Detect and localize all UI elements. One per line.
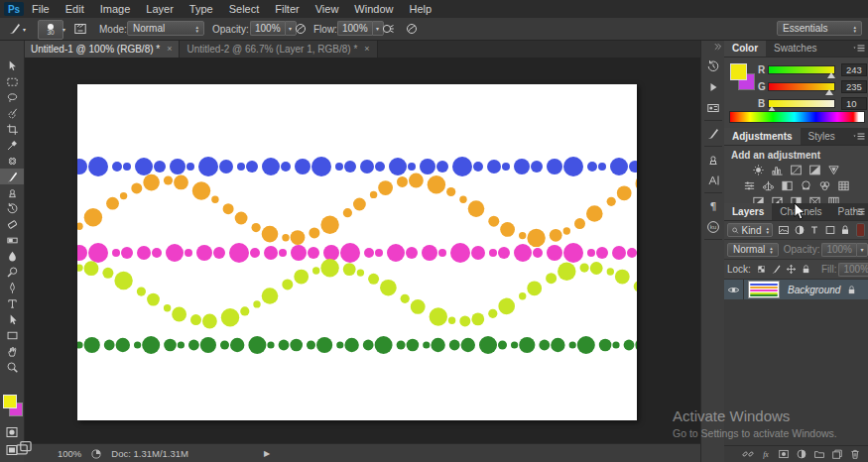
square-icon[interactable] bbox=[823, 223, 837, 237]
menu-type[interactable]: Type bbox=[182, 0, 221, 18]
menu-filter[interactable]: Filter bbox=[267, 0, 307, 18]
document-tab-2[interactable]: Untitled-2 @ 66.7% (Layer 1, RGB/8) * × bbox=[180, 40, 377, 58]
layer-blend-mode-select[interactable]: Normal ▴▾ bbox=[727, 243, 779, 257]
brush-preset-picker[interactable]: 30 bbox=[38, 20, 63, 40]
quick-selection-tool[interactable] bbox=[0, 105, 24, 121]
rectangle-tool[interactable] bbox=[0, 327, 24, 343]
menu-edit[interactable]: Edit bbox=[58, 0, 92, 18]
brush-presets-icon[interactable] bbox=[701, 123, 725, 144]
clone-stamp-tool[interactable] bbox=[0, 184, 24, 200]
folder-icon[interactable] bbox=[810, 447, 828, 461]
blend-mode-select[interactable]: Normal ▴▾ bbox=[127, 21, 204, 36]
tab-channels[interactable]: Channels bbox=[772, 203, 829, 220]
tab-layers[interactable]: Layers bbox=[724, 203, 772, 220]
lock-icon[interactable] bbox=[838, 223, 852, 237]
lock-icon[interactable] bbox=[799, 263, 813, 277]
tab-swatches[interactable]: Swatches bbox=[766, 40, 824, 57]
fx-icon[interactable]: fx bbox=[757, 447, 775, 461]
mini-bridge-launcher-icon[interactable] bbox=[14, 439, 40, 459]
menu-image[interactable]: Image bbox=[92, 0, 139, 18]
pressure-opacity-icon[interactable] bbox=[294, 22, 308, 36]
pen-tool[interactable] bbox=[0, 280, 24, 295]
link-icon[interactable] bbox=[739, 447, 757, 461]
rectangular-marquee-tool[interactable] bbox=[0, 73, 24, 89]
history-brush-tool[interactable] bbox=[0, 200, 24, 216]
layer-name[interactable]: Background bbox=[788, 285, 846, 295]
document-workspace[interactable] bbox=[24, 58, 700, 443]
channel-slider-R[interactable] bbox=[768, 65, 835, 74]
exposure-icon[interactable] bbox=[806, 163, 824, 177]
blur-tool[interactable] bbox=[0, 248, 24, 264]
eyedropper-tool[interactable] bbox=[0, 137, 24, 153]
mini-bridge-icon[interactable] bbox=[701, 97, 725, 118]
clone-source-icon[interactable] bbox=[701, 149, 725, 170]
status-flyout-arrow-icon[interactable]: ▶ bbox=[264, 449, 270, 458]
lasso-tool[interactable] bbox=[0, 89, 24, 105]
tab-1-close-icon[interactable]: × bbox=[167, 44, 172, 54]
checker-icon[interactable] bbox=[754, 263, 769, 277]
toggle-brush-panel-icon[interactable] bbox=[73, 22, 87, 36]
levels-icon[interactable] bbox=[768, 163, 787, 177]
spot-healing-brush-tool[interactable] bbox=[0, 153, 24, 169]
move-small-icon[interactable] bbox=[784, 263, 799, 277]
crop-tool[interactable] bbox=[0, 121, 24, 137]
document-tab-1[interactable]: Untitled-1 @ 100% (RGB/8) * × bbox=[24, 40, 180, 58]
collapse-panels-icon[interactable] bbox=[712, 42, 722, 52]
gradient-tool[interactable] bbox=[0, 232, 24, 248]
hue-saturation-icon[interactable] bbox=[740, 178, 759, 193]
channel-value-B[interactable]: 10 bbox=[841, 97, 867, 110]
brush-icon[interactable] bbox=[769, 263, 784, 277]
character-icon[interactable] bbox=[701, 170, 725, 190]
tab-2-close-icon[interactable]: × bbox=[364, 44, 369, 54]
move-tool[interactable] bbox=[0, 58, 24, 73]
paragraph-icon[interactable]: ¶ bbox=[701, 195, 725, 216]
layer-visibility-eye-icon[interactable] bbox=[724, 280, 744, 299]
zoom-level-field[interactable]: 100% bbox=[58, 448, 81, 459]
tab-color[interactable]: Color bbox=[724, 40, 766, 57]
trash-icon[interactable] bbox=[846, 447, 864, 461]
layers-panel-menu-icon[interactable] bbox=[852, 205, 866, 219]
menu-layer[interactable]: Layer bbox=[138, 0, 182, 18]
kuler-icon[interactable]: ku bbox=[701, 216, 725, 237]
opacity-select[interactable]: 100% ▾ bbox=[250, 21, 297, 36]
layer-filter-kind-select[interactable]: Kind ▴▾ bbox=[727, 223, 773, 237]
history-icon[interactable] bbox=[701, 56, 725, 76]
menu-window[interactable]: Window bbox=[346, 0, 401, 18]
black-white-icon[interactable] bbox=[778, 178, 797, 193]
layer-thumbnail[interactable] bbox=[748, 281, 780, 298]
photo-filter-icon[interactable] bbox=[797, 178, 815, 193]
channel-value-G[interactable]: 235 bbox=[841, 80, 867, 93]
curves-icon[interactable] bbox=[787, 163, 806, 177]
brush-tool[interactable] bbox=[0, 169, 24, 184]
path-selection-tool[interactable] bbox=[0, 311, 24, 327]
foreground-color-swatch[interactable] bbox=[3, 395, 17, 408]
channel-slider-G[interactable] bbox=[768, 82, 835, 91]
color-lookup-icon[interactable] bbox=[834, 178, 853, 193]
canvas[interactable] bbox=[77, 84, 637, 420]
type-T-icon[interactable] bbox=[807, 223, 821, 237]
half-circle-icon[interactable] bbox=[793, 223, 806, 237]
half-circle-icon[interactable] bbox=[793, 447, 810, 461]
brush-picker-arrow-icon[interactable]: ▾ bbox=[62, 26, 65, 33]
slider-thumb-R[interactable] bbox=[827, 72, 835, 78]
flow-select[interactable]: 100% ▾ bbox=[337, 21, 384, 36]
tool-preset-brush-icon[interactable]: ▾ bbox=[4, 20, 30, 38]
brightness-contrast-icon[interactable] bbox=[749, 163, 768, 177]
vibrance-icon[interactable] bbox=[824, 163, 843, 177]
channel-value-R[interactable]: 243 bbox=[841, 63, 867, 76]
panel-foreground-swatch[interactable] bbox=[730, 63, 747, 80]
adjustments-panel-menu-icon[interactable] bbox=[852, 130, 866, 144]
actions-icon[interactable] bbox=[701, 76, 725, 97]
menu-view[interactable]: View bbox=[308, 0, 347, 18]
workspace-switcher[interactable]: Essentials ▴▾ bbox=[777, 21, 862, 36]
dodge-tool[interactable] bbox=[0, 264, 24, 280]
slider-thumb-G[interactable] bbox=[825, 89, 833, 95]
channel-mixer-icon[interactable] bbox=[815, 178, 834, 193]
channel-slider-B[interactable] bbox=[768, 99, 835, 108]
layer-row-background[interactable]: Background bbox=[724, 280, 868, 299]
zoom-tool[interactable] bbox=[0, 359, 24, 375]
color-spectrum-ramp[interactable] bbox=[729, 111, 865, 123]
tab-adjustments[interactable]: Adjustments bbox=[724, 128, 801, 145]
quick-mask-icon[interactable] bbox=[0, 424, 24, 440]
color-panel-menu-icon[interactable] bbox=[852, 42, 866, 56]
